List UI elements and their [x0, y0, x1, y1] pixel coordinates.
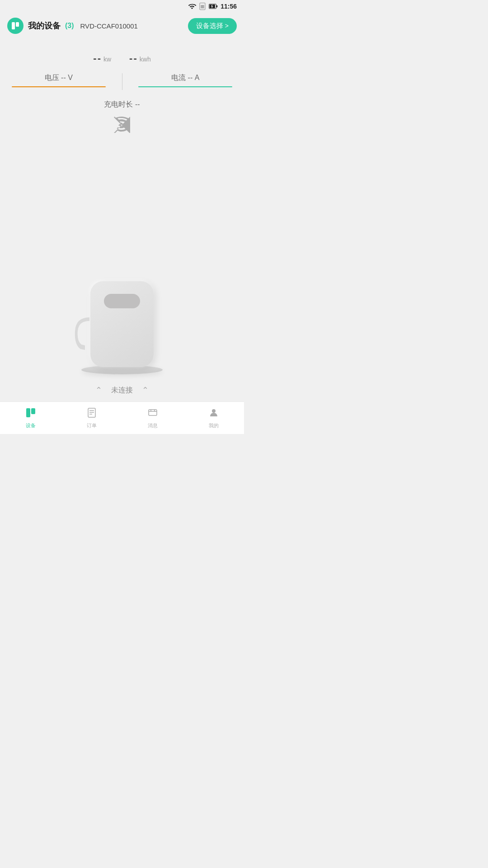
device-id: RVD-CCAF010001 [80, 22, 138, 30]
voltage-item: 电压 -- V [0, 73, 117, 90]
current-label: 电流 -- A [171, 73, 199, 83]
nav-item-message[interactable]: 消息 [139, 407, 166, 429]
connection-status-text: 未连接 [111, 386, 133, 395]
energy-value: -- [129, 52, 138, 64]
svg-rect-6 [16, 22, 19, 27]
device-nav-icon [25, 407, 36, 421]
battery-icon [209, 2, 218, 10]
nav-label-device: 设备 [26, 422, 36, 429]
chevron-up-left-icon: ⌃ [95, 385, 102, 395]
charger-body [90, 281, 154, 367]
nav-item-mine[interactable]: 我的 [200, 407, 227, 429]
chevron-right-icon: > [225, 22, 229, 29]
svg-rect-9 [88, 408, 95, 417]
svg-rect-8 [31, 408, 35, 414]
nav-item-device[interactable]: 设备 [17, 407, 44, 429]
connection-row: ⌃ 未连接 ⌃ [0, 379, 244, 401]
power-unit-kw: kw [103, 56, 111, 63]
current-underline [138, 86, 232, 87]
status-bar: 11:56 [0, 0, 244, 13]
charger-area [0, 136, 244, 379]
chevron-up-right-icon: ⌃ [142, 385, 149, 395]
nav-item-order[interactable]: 订单 [78, 407, 105, 429]
message-nav-icon [147, 407, 158, 421]
power-value: -- [93, 52, 102, 64]
svg-rect-1 [201, 5, 204, 9]
power-row: -- kw -- kwh [93, 52, 150, 64]
power-unit-kwh: kwh [140, 56, 151, 63]
plug-handle [71, 313, 92, 354]
voltage-underline [12, 86, 106, 87]
charger-illustration [81, 281, 163, 374]
charge-duration-label: 充电时长 -- [104, 100, 140, 108]
nav-label-message: 消息 [148, 422, 158, 429]
svg-rect-13 [149, 410, 157, 415]
wifi-off-icon [114, 117, 130, 136]
svg-rect-5 [12, 22, 15, 29]
svg-point-17 [212, 409, 216, 413]
current-item: 电流 -- A [127, 73, 244, 90]
power-item-kw: -- kw [93, 52, 111, 64]
my-devices-title: 我的设备 [28, 20, 61, 31]
bottom-nav: 设备 订单 消息 [0, 401, 244, 434]
charge-duration: 充电时长 -- [104, 100, 140, 109]
mine-nav-icon [208, 407, 219, 421]
sim-icon [198, 2, 206, 10]
device-select-button[interactable]: 设备选择 > [188, 18, 237, 34]
svg-rect-7 [26, 408, 30, 417]
wifi-icon [188, 2, 196, 10]
device-count: (3) [65, 22, 74, 30]
vc-divider [122, 73, 122, 90]
main-content: -- kw -- kwh 电压 -- V 电流 -- A 充电时长 -- [0, 39, 244, 379]
order-nav-icon [86, 407, 97, 421]
status-icons [188, 2, 218, 10]
voltage-label: 电压 -- V [45, 73, 73, 83]
nav-label-mine: 我的 [209, 422, 219, 429]
status-time: 11:56 [221, 3, 237, 10]
device-select-label: 设备选择 [196, 22, 223, 30]
nav-label-order: 订单 [87, 422, 97, 429]
svg-rect-4 [216, 5, 217, 7]
power-item-kwh: -- kwh [129, 52, 151, 64]
header: 我的设备 (3) RVD-CCAF010001 设备选择 > [0, 13, 244, 39]
charger-screen [104, 294, 140, 308]
voltage-current-row: 电压 -- V 电流 -- A [0, 73, 244, 90]
app-logo [7, 18, 23, 34]
